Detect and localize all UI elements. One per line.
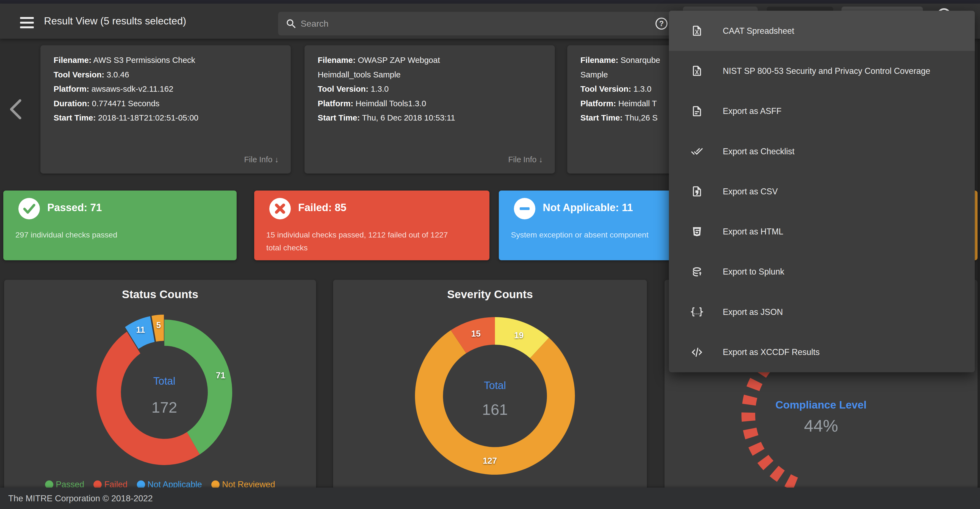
file-document-icon	[691, 105, 703, 117]
window-top-strip	[0, 0, 980, 3]
menu-item-export-csv[interactable]: Export as CSV	[669, 171, 975, 211]
check-circle-icon	[18, 198, 40, 219]
search-input[interactable]: Search	[278, 12, 675, 35]
status-card-title: Failed: 85	[298, 202, 346, 214]
menu-item-export-asff[interactable]: Export as ASFF	[669, 91, 975, 131]
export-dropdown-menu: CAAT Spreadsheet NIST SP 800-53 Security…	[669, 11, 975, 372]
donut-total-label: Total	[110, 375, 219, 387]
menu-item-export-xccdf[interactable]: Export as XCCDF Results	[669, 332, 975, 372]
page-title: Result View (5 results selected)	[44, 3, 186, 39]
status-counts-card: Status Counts 71115 Total 172 PassedFail…	[4, 280, 316, 498]
code-tags-icon	[691, 346, 703, 358]
file-card: Filename: OWASP ZAP Webgoat Heimdall_too…	[304, 45, 555, 173]
menu-item-export-html[interactable]: Export as HTML	[669, 211, 975, 252]
menu-item-caat-spreadsheet[interactable]: CAAT Spreadsheet	[669, 11, 975, 51]
file-excel-icon	[691, 25, 703, 37]
donut-total-value: 161	[440, 401, 550, 419]
status-counts-donut[interactable]: 71115	[4, 280, 316, 498]
search-icon	[285, 18, 298, 30]
code-json-icon	[691, 306, 703, 318]
file-info-link[interactable]: File Info ↓	[244, 155, 278, 164]
footer-text: The MITRE Corporation © 2018-2022	[8, 488, 153, 509]
menu-item-nist-coverage[interactable]: NIST SP 800-53 Security and Privacy Cont…	[669, 51, 975, 91]
menu-hamburger-icon[interactable]	[20, 17, 34, 29]
database-export-icon	[691, 266, 703, 278]
check-all-icon	[691, 145, 703, 157]
html5-icon	[691, 226, 703, 238]
status-card-title: Passed: 71	[47, 202, 102, 214]
status-card-subtitle: 297 individual checks passed	[15, 228, 208, 241]
svg-text:?: ?	[659, 19, 664, 28]
svg-text:127: 127	[482, 456, 497, 466]
status-card-subtitle: 15 individual checks passed, 1212 failed…	[266, 228, 459, 254]
svg-text:15: 15	[471, 329, 480, 338]
file-card-lines: Filename: AWS S3 Permissions Check Tool …	[54, 53, 262, 125]
file-delimited-icon	[691, 186, 703, 197]
donut-total-label: Total	[440, 380, 550, 392]
footer-bar: The MITRE Corporation © 2018-2022	[0, 488, 980, 509]
x-circle-icon	[269, 198, 291, 219]
failed-status-card: Failed: 85 15 individual checks passed, …	[254, 190, 490, 260]
svg-text:19: 19	[514, 331, 523, 340]
file-card: Filename: AWS S3 Permissions Check Tool …	[40, 45, 291, 173]
menu-item-export-splunk[interactable]: Export to Splunk	[669, 252, 975, 292]
help-icon[interactable]: ?	[655, 17, 668, 30]
svg-text:11: 11	[136, 325, 145, 335]
svg-text:5: 5	[156, 320, 161, 330]
file-info-link[interactable]: File Info ↓	[508, 155, 543, 164]
file-excel-icon	[691, 65, 703, 77]
status-card-title: Not Applicable: 11	[543, 202, 633, 214]
right-edge-strip	[977, 3, 980, 488]
severity-counts-card: Severity Counts 1912715 Total 161	[333, 280, 647, 498]
file-card-lines: Filename: OWASP ZAP Webgoat Heimdall_too…	[318, 53, 527, 125]
passed-status-card: Passed: 71 297 individual checks passed	[3, 190, 237, 260]
menu-item-export-json[interactable]: Export as JSON	[669, 292, 975, 332]
search-placeholder: Search	[301, 12, 328, 35]
compliance-level-value: 44%	[665, 416, 977, 435]
compliance-level-label: Compliance Level	[665, 399, 977, 411]
scroll-left-chevron-icon[interactable]	[7, 98, 23, 120]
minus-circle-icon	[514, 198, 535, 219]
donut-total-value: 172	[110, 398, 219, 416]
menu-item-export-checklist[interactable]: Export as Checklist	[669, 131, 975, 171]
